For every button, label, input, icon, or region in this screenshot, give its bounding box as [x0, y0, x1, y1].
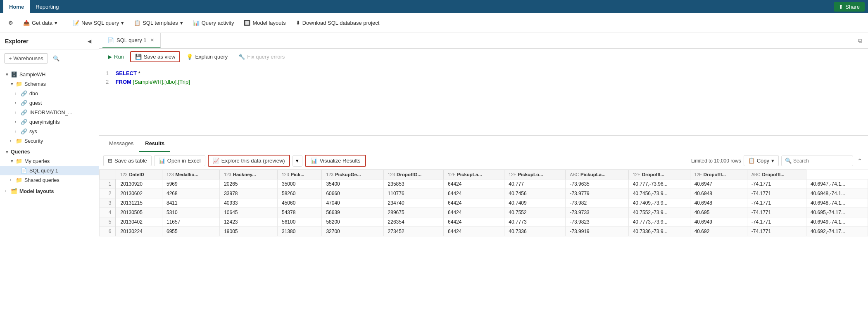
table-row: 4201305055310106455437856639289675644244…	[100, 208, 868, 217]
share-button[interactable]: ⬆ Share	[834, 2, 865, 12]
table-cell: 56100	[277, 217, 321, 227]
table-cell: -74.1771	[747, 189, 806, 198]
table-cell: 64424	[444, 198, 504, 208]
run-button[interactable]: ▶ Run	[103, 52, 128, 62]
visualize-results-button[interactable]: 📊 Visualize Results	[305, 155, 366, 167]
collapse-sidebar-button[interactable]: ◀	[85, 37, 94, 45]
add-warehouse-button[interactable]: + Warehouses	[4, 53, 48, 64]
col-hackney[interactable]: 123Hackney...	[220, 170, 278, 179]
table-cell: 40.777	[504, 179, 566, 189]
model-layouts-button[interactable]: 🔲 Model layouts	[240, 18, 290, 28]
fix-icon: 🔧	[238, 54, 245, 60]
table-cell: 6	[100, 227, 116, 236]
search-input[interactable]	[792, 156, 849, 166]
code-editor[interactable]: 1 SELECT * 2 FROM [SampleWH].[dbo].[Trip…	[99, 65, 868, 135]
search-sidebar-button[interactable]: 🔍	[50, 54, 62, 63]
explain-icon: 💡	[186, 54, 193, 60]
settings-button[interactable]: ⚙	[4, 18, 17, 28]
table-cell: -73.9779	[566, 189, 628, 198]
table-cell: 40.7552,-73.9...	[628, 208, 690, 217]
expand-arrow: ▼	[10, 82, 14, 86]
col-pickupla[interactable]: 12FPickupLa...	[444, 170, 504, 179]
col-dropoffl3[interactable]: ABCDropoffl...	[747, 170, 806, 179]
copy-results-button[interactable]: 📋 Copy ▾	[744, 155, 779, 166]
table-cell: -74.1771	[747, 227, 806, 236]
tree-item-model-layouts[interactable]: › 🗂️ Model layouts	[0, 186, 99, 196]
query-icon: 📄	[107, 37, 114, 43]
table-cell: 40.6948,-74.1...	[806, 189, 868, 198]
tree-item-shared-queries[interactable]: › 📁 Shared queries	[0, 175, 99, 185]
query-tab-sql1[interactable]: 📄 SQL query 1 ✕	[102, 33, 161, 48]
tree-item-queries[interactable]: ▼ Queries	[0, 147, 99, 156]
col-rownum	[100, 170, 116, 179]
table-cell: 235853	[383, 179, 443, 189]
model-icon: 🗂️	[11, 188, 17, 194]
col-pickuplo[interactable]: 12FPickupLo...	[504, 170, 566, 179]
col-pickupla2[interactable]: ABCPickupLa...	[566, 170, 628, 179]
table-cell: 60660	[322, 189, 383, 198]
table-cell: -74.1771	[747, 198, 806, 208]
tree-item-guest[interactable]: › 🔗 guest	[0, 98, 99, 108]
table-cell: 40.6948	[690, 189, 747, 198]
fix-errors-button[interactable]: 🔧 Fix query errors	[234, 52, 289, 62]
explore-data-button[interactable]: 📈 Explore this data (preview)	[208, 155, 290, 167]
results-search-box[interactable]: 🔍	[781, 156, 853, 166]
run-icon: ▶	[108, 54, 112, 60]
col-dropoff-g[interactable]: 123DropoffG...	[383, 170, 443, 179]
table-cell: 3	[100, 198, 116, 208]
table-cell: -73.9733	[566, 208, 628, 217]
tab-home[interactable]: Home	[3, 0, 30, 13]
table-cell: 110776	[383, 189, 443, 198]
collapse-toolbar-button[interactable]: ⌃	[856, 156, 864, 166]
expand-arrow: ›	[10, 139, 14, 143]
col-pickup-ge[interactable]: 123PickupGe...	[322, 170, 383, 179]
more-options-dropdown[interactable]: ▾	[293, 155, 302, 167]
close-tab-button[interactable]: ✕	[149, 37, 155, 43]
col-pickup[interactable]: 123Pick...	[277, 170, 321, 179]
col-dropoffl2[interactable]: 12FDropoffl...	[690, 170, 747, 179]
col-dateid[interactable]: 123DateID	[116, 170, 162, 179]
tree-item-information[interactable]: › 🔗 INFORMATION_...	[0, 108, 99, 117]
chevron-icon: ▾	[121, 20, 124, 26]
save-as-view-button[interactable]: 💾 Save as view	[130, 51, 181, 62]
template-icon: 📋	[134, 20, 140, 26]
tree-item-sampleWH[interactable]: ▼ 🗄️ SampleWH	[0, 70, 99, 79]
tree-item-schemas[interactable]: ▼ 📁 Schemas	[0, 79, 99, 89]
new-sql-query-button[interactable]: 📝 New SQL query ▾	[69, 18, 128, 28]
chart-icon: 📊	[311, 158, 317, 164]
table-cell: 2	[100, 189, 116, 198]
tab-messages[interactable]: Messages	[103, 136, 139, 152]
query-activity-button[interactable]: 📊 Query activity	[189, 18, 238, 28]
expand-arrow: ▼	[5, 150, 9, 154]
open-excel-button[interactable]: 📊 Open in Excel	[154, 155, 205, 166]
tab-reporting[interactable]: Reporting	[30, 0, 64, 13]
table-cell: -74.1771	[747, 179, 806, 189]
table-cell: 8411	[162, 198, 219, 208]
sidebar: Explorer ◀ + Warehouses 🔍 ▼ 🗄️ SampleWH	[0, 33, 99, 316]
copy-tab-button[interactable]: ⧉	[856, 35, 864, 46]
get-data-icon: 📥	[23, 20, 30, 26]
save-as-table-button[interactable]: ⊞ Save as table	[103, 155, 152, 166]
results-area: Messages Results ⊞ Save as table 📊 Open …	[99, 136, 868, 316]
table-cell: 32700	[322, 227, 383, 236]
col-dropoffl1[interactable]: 12FDropoffl...	[628, 170, 690, 179]
tree-item-sql-query-1[interactable]: › 📄 SQL query 1	[0, 166, 99, 175]
editor-toolbar: ▶ Run 💾 Save as view 💡 Explain query 🔧 F…	[99, 49, 868, 65]
expand-arrow: ›	[15, 120, 19, 124]
tree-item-dbo[interactable]: › 🔗 dbo	[0, 89, 99, 98]
explain-query-button[interactable]: 💡 Explain query	[182, 52, 232, 62]
table-cell: -73.9635	[566, 179, 628, 189]
download-button[interactable]: ⬇ Download SQL database project	[292, 18, 384, 28]
col-medallion[interactable]: 123Medallio...	[162, 170, 219, 179]
get-data-button[interactable]: 📥 Get data ▾	[19, 18, 62, 28]
table-cell: 47040	[322, 198, 383, 208]
table-cell: 40.6947,-74.1...	[806, 179, 868, 189]
warehouse-icon: 🗄️	[11, 71, 17, 78]
tree-item-security[interactable]: › 📁 Security	[0, 136, 99, 146]
tree-item-queryinsights[interactable]: › 🔗 queryinsights	[0, 117, 99, 127]
tree-item-sys[interactable]: › 🔗 sys	[0, 127, 99, 136]
tab-results[interactable]: Results	[139, 136, 170, 152]
sql-templates-button[interactable]: 📋 SQL templates ▾	[130, 18, 187, 28]
tree-item-my-queries[interactable]: ▼ 📁 My queries	[0, 156, 99, 166]
activity-icon: 📊	[193, 20, 200, 26]
